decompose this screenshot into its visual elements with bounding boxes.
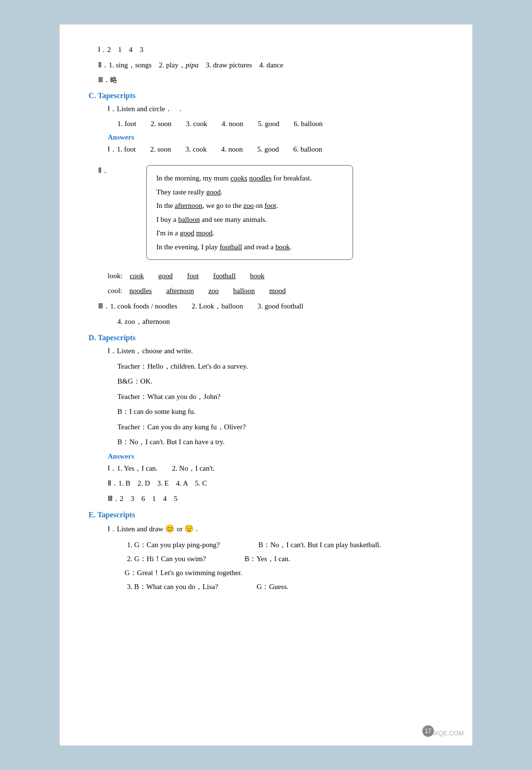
listen-items-line: 1. foot 2. soon 3. cook 4. noon 5. good … [117,118,443,130]
dialog-line-6: B：No，I can't. But I can have a try. [117,436,443,449]
dialog-e-row-1: 1. G：Can you play ping-pong? B：No，I can'… [127,539,443,552]
listen-d-label: Ⅰ．Listen，choose and write. [108,345,443,358]
section-c-header: C. Tapescripts [89,91,443,100]
listen-items: 1. foot 2. soon 3. cook 4. noon 5. good … [117,120,323,128]
answers-label-c: Answers [108,133,443,141]
dialog-e-3-left: 3. B：What can you do，Lisa? [127,580,218,593]
dialog-e: 1. G：Can you play ping-pong? B：No，I can'… [108,539,443,593]
answers-d2: Ⅱ．1. B 2. D 3. E 4. A 5. C [108,477,443,490]
dialog-e-1-left: 1. G：Can you play ping-pong? [127,539,220,552]
dialog-line-1: Teacher：Hello，children. Let's do a surve… [117,360,443,373]
dialog-d: Teacher：Hello，children. Let's do a surve… [117,360,443,449]
smiley-happy-icon: 😊 [165,525,175,533]
roman-2-line: Ⅱ．1. sing，songs 2. play，pipa 3. draw pic… [98,59,443,72]
box-line-4: I buy a balloon and see many animals. [156,213,343,227]
answers-d3: Ⅲ．2 3 6 1 4 5 [108,493,443,505]
dialog-line-4: B：I can do some kung fu. [117,406,443,418]
roman-2-content: ．1. sing，songs 2. play，pipa 3. draw pict… [101,61,283,69]
dialog-e-2-left: 2. G：Hi！Can you swim? [127,552,206,565]
listen-draw-label: Ⅰ．Listen and draw [108,525,165,533]
box-line-1: In the morning, my mum cooks noodles for… [156,171,343,185]
roman-1-content: ．2 1 4 3 [100,46,143,53]
or-text: or [177,525,184,533]
passage-box: In the morning, my mum cooks noodles for… [146,165,353,260]
listen-draw-dot: . [196,525,198,533]
roman-3-line: Ⅲ．略 [98,74,443,87]
dialog-e-2-right: B：Yes，I can. [244,552,290,565]
cool-line: cool: noodles afternoon zoo balloon mood [108,284,443,297]
dialog-line-2: B&G：OK. [117,375,443,388]
answers-c: Ⅰ．1. foot 2. soon 3. cook 4. noon 5. goo… [108,145,322,153]
dialog-e-2b: G：Great！Let's go swimming together. [117,569,242,577]
answers-d1: Ⅰ．1. Yes，I can. 2. No，I can't. [108,462,443,475]
box-line-3: In the afternoon, we go to the zoo on fo… [156,199,343,213]
listen-circle-line: Ⅰ．Listen and circle． . [108,103,443,116]
roman-3-c-line2: 4. zoo，afternoon [117,316,443,328]
roman-1-line: Ⅰ．2 1 4 3 [98,44,443,56]
answers-c-line: Ⅰ．1. foot 2. soon 3. cook 4. noon 5. goo… [108,143,443,156]
watermark: MXQE.COM [429,730,464,737]
dialog-line-3: Teacher：What can you do，John? [117,391,443,403]
box-line-6: In the evening, I play football and read… [156,240,343,254]
section-d-header: D. Tapescripts [89,334,443,342]
listen-circle-label: Ⅰ．Listen and circle． . [108,105,181,113]
dialog-e-row-3: 3. B：What can you do，Lisa? G：Guess. [127,580,443,593]
roman-2-box-label: Ⅱ． [98,166,117,175]
dialog-e-row-2b: G：Great！Let's go swimming together. [117,566,443,579]
dialog-line-5: Teacher：Can you do any kung fu，Oliver? [117,421,443,434]
roman-3-label: Ⅲ [98,76,103,84]
page-number: 17 [422,725,434,737]
roman-3-content: ．略 [103,76,117,84]
page: Ⅰ．2 1 4 3 Ⅱ．1. sing，songs 2. play，pipa 3… [59,24,473,746]
box-line-2: They taste really good. [156,185,343,199]
roman-2-label: Ⅱ [98,61,101,69]
listen-draw-line: Ⅰ．Listen and draw 😊 or 😟 . [108,522,443,536]
dialog-e-1-right: B：No，I can't. But I can play basketball. [258,539,381,552]
section-e-header: E. Tapescripts [89,511,443,519]
box-line-5: I'm in a good mood. [156,226,343,240]
answers-label-d: Answers [108,452,443,461]
look-line: look: cook good foot football book [108,270,443,282]
smiley-sad-icon: 😟 [184,525,194,533]
roman-3-c-line1: Ⅲ．1. cook foods / noodles 2. Look，balloo… [98,300,443,313]
dialog-e-row-2: 2. G：Hi！Can you swim? B：Yes，I can. [127,552,443,565]
dialog-e-3-right: G：Guess. [257,580,289,593]
